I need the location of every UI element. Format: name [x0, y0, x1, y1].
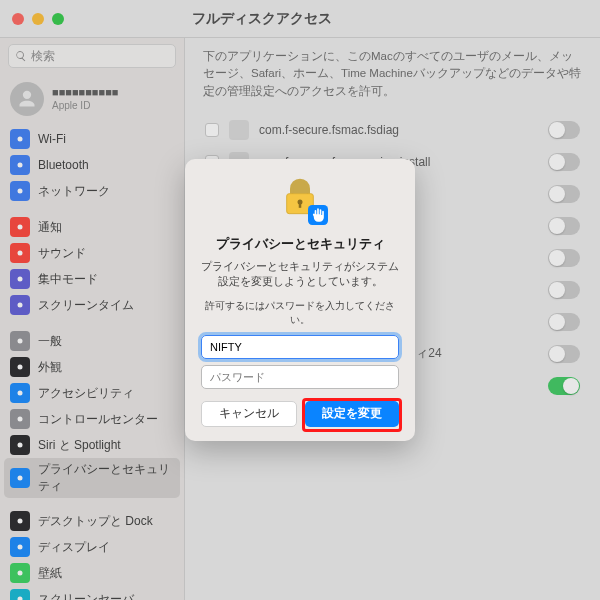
dialog-message: プライバシーとセキュリティがシステム設定を変更しようとしています。 [201, 259, 399, 288]
confirm-button[interactable]: 設定を変更 [305, 401, 399, 427]
hand-icon [308, 205, 328, 225]
password-field[interactable] [201, 365, 399, 389]
cancel-button[interactable]: キャンセル [201, 401, 297, 427]
svg-rect-20 [299, 202, 302, 208]
dialog-title: プライバシーとセキュリティ [201, 235, 399, 253]
dialog-hint: 許可するにはパスワードを入力してください。 [201, 299, 399, 327]
modal-overlay: プライバシーとセキュリティ プライバシーとセキュリティがシステム設定を変更しよう… [0, 0, 600, 600]
auth-dialog: プライバシーとセキュリティ プライバシーとセキュリティがシステム設定を変更しよう… [185, 159, 415, 440]
username-field[interactable] [201, 335, 399, 359]
lock-icon [201, 177, 399, 225]
